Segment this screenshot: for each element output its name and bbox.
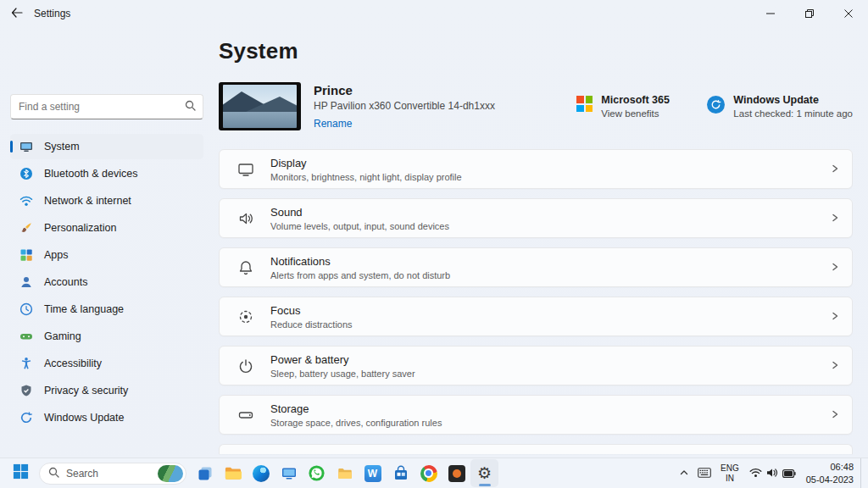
row-subtitle: Sleep, battery usage, battery saver — [270, 369, 815, 379]
settings-row-focus[interactable]: Focus Reduce distractions — [219, 297, 853, 336]
show-desktop-button[interactable] — [860, 458, 865, 488]
chevron-right-icon — [830, 358, 840, 374]
row-title: Sound — [270, 206, 815, 219]
chevron-right-icon — [830, 408, 840, 423]
apps-icon — [19, 248, 33, 262]
windows-update-card[interactable]: Windows Update Last checked: 1 minute ag… — [707, 94, 853, 119]
minimize-button[interactable] — [751, 0, 790, 27]
settings-app-icon[interactable]: ⚙ — [470, 459, 498, 487]
task-view-icon[interactable] — [191, 459, 219, 487]
whatsapp-icon[interactable] — [303, 459, 331, 487]
row-title: Notifications — [270, 255, 815, 268]
settings-row-display[interactable]: Display Monitors, brightness, night ligh… — [219, 149, 853, 189]
search-icon — [48, 466, 59, 481]
notifications-icon — [236, 259, 255, 276]
search-input[interactable] — [19, 101, 185, 113]
chevron-right-icon — [830, 260, 840, 275]
network-icon — [19, 194, 33, 208]
device-wallpaper-thumbnail — [219, 82, 301, 130]
back-button[interactable] — [0, 0, 34, 27]
windows-update-title: Windows Update — [733, 94, 853, 106]
microsoft-365-subtitle[interactable]: View benefits — [601, 108, 670, 119]
taskbar: Search W ⚙ — [0, 458, 868, 488]
microsoft-365-icon — [576, 96, 593, 112]
sidebar-item-bluetooth-devices[interactable]: Bluetooth & devices — [10, 161, 203, 186]
sidebar-item-label: Bluetooth & devices — [44, 168, 138, 180]
row-subtitle: Monitors, brightness, night light, displ… — [270, 172, 815, 182]
search-icon — [185, 99, 196, 114]
system-settings-page: System Prince HP Pavilion x360 Convertib… — [219, 27, 853, 458]
row-title: Focus — [270, 304, 815, 317]
windows-update-status-icon — [707, 96, 725, 114]
row-title: Storage — [270, 402, 815, 415]
sidebar-item-gaming[interactable]: Gaming — [10, 324, 203, 349]
dark-app-icon[interactable] — [442, 459, 470, 487]
store-icon[interactable] — [387, 459, 415, 487]
settings-row-sound[interactable]: Sound Volume levels, output, input, soun… — [219, 198, 853, 238]
settings-row-partial[interactable] — [219, 444, 853, 454]
sidebar-item-label: Privacy & security — [44, 385, 128, 396]
window-controls — [751, 0, 868, 27]
titlebar: Settings — [0, 0, 868, 27]
sidebar-item-label: Apps — [44, 249, 69, 261]
chevron-right-icon — [830, 309, 840, 324]
sidebar-item-accessibility[interactable]: Accessibility — [10, 351, 203, 376]
sidebar-item-privacy-security[interactable]: Privacy & security — [10, 378, 203, 403]
file-explorer-icon[interactable] — [219, 459, 247, 487]
monitor-app-icon[interactable] — [275, 459, 303, 487]
start-button[interactable] — [7, 459, 35, 487]
hidden-icons-button[interactable] — [675, 459, 693, 487]
language-indicator[interactable]: ENG IN — [715, 459, 744, 487]
wifi-icon — [749, 466, 762, 481]
storage-icon — [236, 407, 255, 424]
sidebar-item-system[interactable]: System — [10, 134, 203, 159]
page-title: System — [219, 38, 853, 64]
keyboard-icon — [698, 466, 711, 481]
word-icon[interactable]: W — [359, 459, 387, 487]
row-title: Power & battery — [270, 353, 815, 366]
device-model: HP Pavilion x360 Convertible 14-dh1xxx — [314, 100, 495, 112]
row-texts: Notifications Alerts from apps and syste… — [270, 255, 815, 280]
page-header: Prince HP Pavilion x360 Convertible 14-d… — [219, 82, 853, 130]
row-subtitle: Storage space, drives, configuration rul… — [270, 418, 815, 428]
language-line1: ENG — [721, 463, 739, 474]
settings-row-notifications[interactable]: Notifications Alerts from apps and syste… — [219, 247, 853, 287]
restore-button[interactable] — [790, 0, 829, 27]
taskbar-search-box[interactable]: Search — [39, 463, 186, 485]
display-icon — [236, 161, 255, 178]
row-subtitle: Volume levels, output, input, sound devi… — [270, 221, 815, 231]
windows-logo-icon — [12, 463, 30, 484]
microsoft-365-card[interactable]: Microsoft 365 View benefits — [576, 94, 678, 119]
sidebar-item-apps[interactable]: Apps — [10, 242, 203, 268]
close-button[interactable] — [829, 0, 868, 27]
sidebar-item-label: Accounts — [44, 276, 87, 288]
settings-row-storage[interactable]: Storage Storage space, drives, configura… — [219, 395, 853, 435]
find-a-setting-searchbox[interactable] — [10, 94, 203, 119]
time-language-icon — [19, 302, 33, 316]
rename-link[interactable]: Rename — [314, 118, 352, 130]
row-subtitle: Alerts from apps and system, do not dist… — [270, 270, 815, 280]
sidebar-item-time-language[interactable]: Time & language — [10, 297, 203, 322]
privacy-icon — [19, 384, 33, 397]
folder-icon[interactable] — [331, 459, 359, 487]
sidebar-item-windows-update[interactable]: Windows Update — [10, 405, 203, 430]
personalization-icon — [19, 221, 33, 235]
accounts-icon — [19, 275, 33, 289]
power-icon — [236, 358, 255, 374]
touch-keyboard-button[interactable] — [693, 459, 715, 487]
row-texts: Display Monitors, brightness, night ligh… — [270, 157, 815, 182]
chrome-icon[interactable] — [415, 459, 442, 487]
sidebar-item-personalization[interactable]: Personalization — [10, 215, 203, 241]
system-monitor-icon — [19, 140, 33, 153]
settings-row-power-battery[interactable]: Power & battery Sleep, battery usage, ba… — [219, 346, 853, 385]
quick-settings-button[interactable] — [744, 459, 801, 487]
edge-icon[interactable] — [247, 459, 275, 487]
language-line2: IN — [721, 474, 739, 484]
clock-button[interactable]: 06:48 05-04-2023 — [801, 461, 860, 486]
settings-sidebar: System Bluetooth & devices Network & int… — [0, 27, 214, 458]
taskbar-search-label: Search — [66, 468, 98, 480]
clock-date: 05-04-2023 — [806, 474, 854, 486]
sidebar-item-network-internet[interactable]: Network & internet — [10, 188, 203, 214]
chevron-right-icon — [830, 211, 840, 226]
sidebar-item-accounts[interactable]: Accounts — [10, 269, 203, 295]
